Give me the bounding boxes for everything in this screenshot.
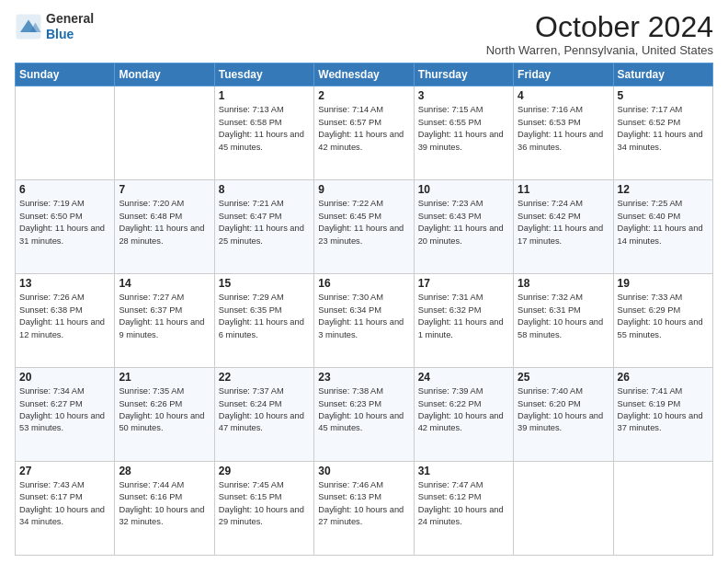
calendar-cell: 22Sunrise: 7:37 AMSunset: 6:24 PMDayligh…: [214, 368, 313, 462]
day-info: Sunrise: 7:21 AMSunset: 6:47 PMDaylight:…: [219, 198, 310, 247]
calendar-week-4: 20Sunrise: 7:34 AMSunset: 6:27 PMDayligh…: [16, 368, 713, 462]
logo: General Blue: [15, 11, 94, 42]
day-number: 11: [518, 183, 609, 196]
day-info: Sunrise: 7:46 AMSunset: 6:13 PMDaylight:…: [318, 479, 409, 529]
day-info: Sunrise: 7:13 AMSunset: 6:58 PMDaylight:…: [219, 104, 310, 154]
day-number: 28: [119, 465, 210, 477]
day-info: Sunrise: 7:34 AMSunset: 6:27 PMDaylight:…: [19, 385, 110, 435]
day-info: Sunrise: 7:27 AMSunset: 6:37 PMDaylight:…: [119, 292, 210, 341]
calendar-cell: [613, 462, 712, 556]
logo-text: General Blue: [46, 11, 94, 42]
day-number: 31: [418, 465, 509, 477]
day-number: 17: [418, 277, 509, 290]
day-number: 19: [618, 277, 709, 290]
weekday-header-row: SundayMondayTuesdayWednesdayThursdayFrid…: [16, 63, 713, 86]
calendar-cell: 25Sunrise: 7:40 AMSunset: 6:20 PMDayligh…: [514, 368, 613, 462]
day-info: Sunrise: 7:35 AMSunset: 6:26 PMDaylight:…: [119, 385, 210, 435]
calendar-cell: 4Sunrise: 7:16 AMSunset: 6:53 PMDaylight…: [514, 86, 613, 180]
page-header: General Blue October 2024 North Warren, …: [15, 11, 713, 57]
logo-icon: [15, 13, 42, 40]
calendar-cell: 5Sunrise: 7:17 AMSunset: 6:52 PMDaylight…: [613, 86, 712, 180]
day-info: Sunrise: 7:23 AMSunset: 6:43 PMDaylight:…: [418, 198, 509, 247]
calendar-cell: 2Sunrise: 7:14 AMSunset: 6:57 PMDaylight…: [314, 86, 414, 180]
calendar-cell: 18Sunrise: 7:32 AMSunset: 6:31 PMDayligh…: [514, 274, 613, 368]
day-number: 2: [318, 89, 409, 102]
calendar-cell: 27Sunrise: 7:43 AMSunset: 6:17 PMDayligh…: [16, 462, 115, 556]
day-info: Sunrise: 7:30 AMSunset: 6:34 PMDaylight:…: [318, 292, 409, 341]
calendar-cell: 9Sunrise: 7:22 AMSunset: 6:45 PMDaylight…: [314, 180, 414, 274]
day-number: 29: [219, 465, 310, 477]
calendar-cell: 20Sunrise: 7:34 AMSunset: 6:27 PMDayligh…: [16, 368, 115, 462]
day-number: 27: [19, 465, 110, 477]
calendar-cell: 14Sunrise: 7:27 AMSunset: 6:37 PMDayligh…: [115, 274, 214, 368]
day-number: 3: [418, 89, 509, 102]
day-number: 7: [119, 183, 210, 196]
weekday-sunday: Sunday: [16, 63, 115, 86]
day-number: 30: [318, 465, 409, 477]
day-number: 16: [318, 277, 409, 290]
day-info: Sunrise: 7:25 AMSunset: 6:40 PMDaylight:…: [618, 198, 709, 247]
calendar-cell: 26Sunrise: 7:41 AMSunset: 6:19 PMDayligh…: [613, 368, 712, 462]
day-info: Sunrise: 7:16 AMSunset: 6:53 PMDaylight:…: [518, 104, 609, 154]
calendar-week-1: 1Sunrise: 7:13 AMSunset: 6:58 PMDaylight…: [16, 86, 713, 180]
calendar-cell: 1Sunrise: 7:13 AMSunset: 6:58 PMDaylight…: [214, 86, 313, 180]
calendar-cell: 30Sunrise: 7:46 AMSunset: 6:13 PMDayligh…: [314, 462, 414, 556]
calendar-cell: 11Sunrise: 7:24 AMSunset: 6:42 PMDayligh…: [514, 180, 613, 274]
calendar-cell: 23Sunrise: 7:38 AMSunset: 6:23 PMDayligh…: [314, 368, 414, 462]
day-number: 5: [618, 89, 709, 102]
calendar-cell: 31Sunrise: 7:47 AMSunset: 6:12 PMDayligh…: [414, 462, 513, 556]
calendar-cell: 15Sunrise: 7:29 AMSunset: 6:35 PMDayligh…: [214, 274, 313, 368]
calendar-cell: 29Sunrise: 7:45 AMSunset: 6:15 PMDayligh…: [214, 462, 313, 556]
day-number: 12: [618, 183, 709, 196]
day-number: 21: [119, 371, 210, 384]
day-info: Sunrise: 7:19 AMSunset: 6:50 PMDaylight:…: [19, 198, 110, 247]
day-number: 1: [219, 89, 310, 102]
day-number: 26: [618, 371, 709, 384]
day-info: Sunrise: 7:38 AMSunset: 6:23 PMDaylight:…: [318, 385, 409, 435]
day-info: Sunrise: 7:31 AMSunset: 6:32 PMDaylight:…: [418, 292, 509, 341]
calendar-cell: 16Sunrise: 7:30 AMSunset: 6:34 PMDayligh…: [314, 274, 414, 368]
weekday-wednesday: Wednesday: [314, 63, 414, 86]
weekday-friday: Friday: [514, 63, 613, 86]
day-info: Sunrise: 7:17 AMSunset: 6:52 PMDaylight:…: [618, 104, 709, 154]
day-info: Sunrise: 7:45 AMSunset: 6:15 PMDaylight:…: [219, 479, 310, 529]
location: North Warren, Pennsylvania, United State…: [486, 43, 713, 57]
calendar-cell: 24Sunrise: 7:39 AMSunset: 6:22 PMDayligh…: [414, 368, 513, 462]
calendar-cell: 7Sunrise: 7:20 AMSunset: 6:48 PMDaylight…: [115, 180, 214, 274]
day-info: Sunrise: 7:32 AMSunset: 6:31 PMDaylight:…: [518, 292, 609, 341]
calendar-cell: 8Sunrise: 7:21 AMSunset: 6:47 PMDaylight…: [214, 180, 313, 274]
calendar-cell: 6Sunrise: 7:19 AMSunset: 6:50 PMDaylight…: [16, 180, 115, 274]
weekday-thursday: Thursday: [414, 63, 513, 86]
day-info: Sunrise: 7:33 AMSunset: 6:29 PMDaylight:…: [618, 292, 709, 341]
calendar-cell: [16, 86, 115, 180]
day-number: 20: [19, 371, 110, 384]
day-number: 13: [19, 277, 110, 290]
month-title: October 2024: [486, 11, 713, 43]
weekday-tuesday: Tuesday: [214, 63, 313, 86]
day-info: Sunrise: 7:24 AMSunset: 6:42 PMDaylight:…: [518, 198, 609, 247]
day-info: Sunrise: 7:37 AMSunset: 6:24 PMDaylight:…: [219, 385, 310, 435]
day-info: Sunrise: 7:44 AMSunset: 6:16 PMDaylight:…: [119, 479, 210, 529]
weekday-saturday: Saturday: [613, 63, 712, 86]
calendar-week-2: 6Sunrise: 7:19 AMSunset: 6:50 PMDaylight…: [16, 180, 713, 274]
day-info: Sunrise: 7:39 AMSunset: 6:22 PMDaylight:…: [418, 385, 509, 435]
title-block: October 2024 North Warren, Pennsylvania,…: [486, 11, 713, 57]
calendar-cell: 19Sunrise: 7:33 AMSunset: 6:29 PMDayligh…: [613, 274, 712, 368]
day-number: 23: [318, 371, 409, 384]
calendar-cell: 13Sunrise: 7:26 AMSunset: 6:38 PMDayligh…: [16, 274, 115, 368]
day-number: 9: [318, 183, 409, 196]
calendar-week-3: 13Sunrise: 7:26 AMSunset: 6:38 PMDayligh…: [16, 274, 713, 368]
calendar-cell: 28Sunrise: 7:44 AMSunset: 6:16 PMDayligh…: [115, 462, 214, 556]
day-number: 4: [518, 89, 609, 102]
day-info: Sunrise: 7:14 AMSunset: 6:57 PMDaylight:…: [318, 104, 409, 154]
day-number: 8: [219, 183, 310, 196]
day-info: Sunrise: 7:22 AMSunset: 6:45 PMDaylight:…: [318, 198, 409, 247]
day-info: Sunrise: 7:20 AMSunset: 6:48 PMDaylight:…: [119, 198, 210, 247]
day-number: 14: [119, 277, 210, 290]
day-info: Sunrise: 7:41 AMSunset: 6:19 PMDaylight:…: [618, 385, 709, 435]
calendar-cell: 21Sunrise: 7:35 AMSunset: 6:26 PMDayligh…: [115, 368, 214, 462]
calendar-cell: 10Sunrise: 7:23 AMSunset: 6:43 PMDayligh…: [414, 180, 513, 274]
day-info: Sunrise: 7:15 AMSunset: 6:55 PMDaylight:…: [418, 104, 509, 154]
day-number: 15: [219, 277, 310, 290]
day-info: Sunrise: 7:26 AMSunset: 6:38 PMDaylight:…: [19, 292, 110, 341]
